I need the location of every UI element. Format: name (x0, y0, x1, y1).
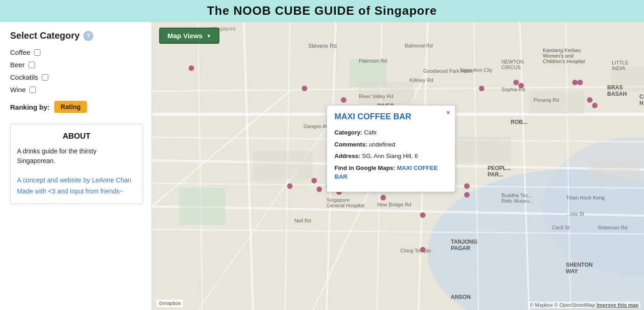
ranking-label: Ranking by: (10, 103, 50, 111)
coffee-checkbox[interactable] (34, 49, 40, 56)
popup-comments-row: Comments: undefined (334, 140, 448, 149)
map-marker[interactable] (287, 183, 293, 189)
popup-category-label: Category: (334, 129, 362, 136)
category-coffee: Coffee (10, 48, 143, 56)
mapbox-logo-text: ⊙mapbox (159, 300, 181, 306)
map-marker[interactable] (592, 103, 598, 108)
sidebar-header: Select Category ? (10, 30, 143, 41)
svg-rect-23 (179, 188, 225, 225)
popup-category-value: Cafe (364, 129, 376, 136)
popup-title: MAXI COFFEE BAR (334, 112, 448, 122)
popup-google-maps-row: Find in Google Maps: MAXI COFFEE BAR (334, 164, 448, 181)
popup-comments-label: Comments: (334, 141, 368, 148)
map-label-sg-general: SingaporeGeneral Hospital (327, 197, 364, 208)
improve-map-link[interactable]: Improve this map (597, 302, 638, 308)
beer-checkbox[interactable] (29, 62, 35, 68)
svg-rect-29 (589, 160, 639, 183)
popup-comments-value: undefined (369, 141, 395, 148)
map-marker[interactable] (341, 97, 346, 103)
map-marker[interactable] (464, 192, 470, 198)
map-container: of Singapore Stevens Rd Balmoral Rd Kand… (152, 22, 644, 310)
map-label-ching-temple: Ching Temple (400, 248, 431, 253)
map-marker[interactable] (302, 86, 307, 91)
map-attribution: © Mapbox © OpenStreetMap Improve this ma… (528, 302, 640, 308)
map-marker[interactable] (464, 183, 470, 189)
popup-address-label: Address: (334, 152, 360, 159)
cockatils-checkbox[interactable] (42, 74, 48, 81)
map-label-cecil: Cecil St (552, 225, 569, 230)
map-label-stevens: Stevens Rd (308, 43, 337, 49)
map-popup: × MAXI COFFEE BAR Category: Cafe Comment… (327, 105, 455, 192)
svg-rect-26 (446, 137, 511, 163)
about-description: A drinks guide for the thirsty Singapore… (17, 146, 136, 166)
page-header: The NOOB CUBE GUIDE of Singapore (0, 0, 644, 22)
map-label-balmoral: Balmoral Rd (405, 43, 433, 48)
map-label-ross: ...oss St (566, 211, 584, 216)
map-marker[interactable] (577, 80, 583, 85)
coffee-label: Coffee (10, 48, 30, 56)
map-marker[interactable] (518, 83, 524, 88)
ranking-row: Ranking by: Rating (10, 101, 143, 113)
map-label-city-hall: CITY HALL (639, 94, 644, 106)
beer-label: Beer (10, 61, 25, 69)
main-layout: Select Category ? Coffee Beer Cockatils … (0, 22, 644, 310)
wine-checkbox[interactable] (29, 87, 36, 93)
help-icon[interactable]: ? (83, 31, 93, 41)
svg-rect-25 (253, 151, 313, 179)
category-beer: Beer (10, 61, 143, 69)
mapbox-logo: ⊙mapbox (156, 299, 183, 307)
map-marker[interactable] (587, 97, 592, 103)
popup-close-button[interactable]: × (446, 109, 450, 117)
rating-button[interactable]: Rating (54, 101, 87, 113)
map-views-button[interactable]: Map Views ▼ (159, 28, 219, 44)
map-marker[interactable] (420, 212, 426, 218)
map-label-people: PEOPL...PAR... (488, 165, 511, 178)
map-label-penang: Penang Rd (534, 97, 559, 103)
map-label-neil: Neil Rd (294, 218, 311, 223)
map-views-label: Map Views (167, 32, 202, 40)
map-marker[interactable] (420, 247, 426, 252)
map-label-ngee-ann: Ngee Ann City (460, 67, 492, 73)
map-label-shenton: SHENTONWAY (566, 262, 592, 275)
map-marker[interactable] (316, 187, 322, 192)
about-links: A concept and website by LeAnne Chan Mad… (17, 175, 136, 197)
map-marker[interactable] (479, 86, 484, 91)
svg-rect-27 (529, 91, 584, 114)
map-label-buddha: Buddha Toc...Relic Museu... (501, 193, 534, 204)
page-title: The NOOB CUBE GUIDE of Singapore (207, 4, 437, 18)
map-label-new-bridge: New Bridge Rd (377, 202, 411, 207)
map-marker[interactable] (311, 178, 317, 183)
popup-address-row: Address: SG, Ann Siang Hill, 6 (334, 152, 448, 161)
map-marker[interactable] (189, 65, 194, 71)
sidebar: Select Category ? Coffee Beer Cockatils … (0, 22, 152, 310)
about-title: ABOUT (17, 132, 136, 141)
popup-address-value: SG, Ann Siang Hill, 6 (362, 152, 418, 159)
map-label-little-india: LITTLEINDIA (612, 60, 628, 71)
chevron-down-icon: ▼ (206, 33, 211, 39)
cockatils-label: Cockatils (10, 73, 38, 81)
attribution-text: © Mapbox © OpenStreetMap (530, 302, 595, 308)
map-label-newton: NEWTONCIRCUS (501, 59, 524, 70)
map-label-anson: ANSON (451, 294, 471, 300)
map-label-tanjong-pagar: TANJONGPAGAR (451, 239, 477, 252)
map-label-kandang: Kandang KerbauWomen's andChildren's Hosp… (543, 47, 585, 64)
map-label-river-valley: River Valley Rd (359, 94, 393, 99)
made-with-link[interactable]: Made with <3 and input from friends~ (17, 187, 123, 195)
map-label-robinson: Robinson Rd (598, 225, 627, 230)
category-cockatils: Cockatils (10, 73, 143, 81)
concept-link[interactable]: A concept and website by LeAnne Chan (17, 176, 131, 184)
popup-category-row: Category: Cafe (334, 128, 448, 137)
category-wine: Wine (10, 86, 143, 94)
map-label-rob: ROB... (511, 119, 528, 125)
wine-label: Wine (10, 86, 26, 94)
map-marker[interactable] (380, 195, 386, 200)
map-label-thian-hock: Thian Hock Keng (566, 195, 604, 200)
popup-google-maps-label: Find in Google Maps: (334, 164, 395, 171)
map-label-paterson: Paterson Rd (359, 58, 387, 64)
about-box: ABOUT A drinks guide for the thirsty Sin… (10, 124, 143, 204)
sidebar-title: Select Category (10, 30, 80, 41)
map-label-bras: BRASBASAH (607, 84, 627, 97)
map-label-killiney: Killiney Rd (409, 77, 433, 83)
